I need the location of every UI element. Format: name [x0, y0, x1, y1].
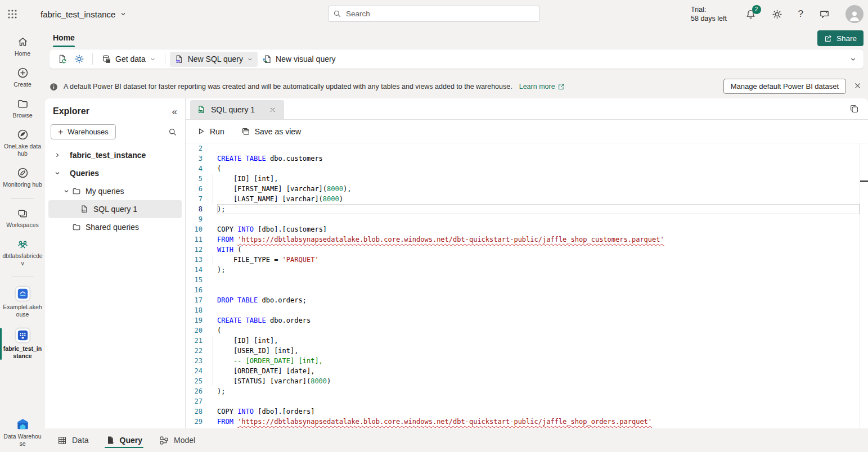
- tab-close-button[interactable]: [268, 105, 277, 115]
- workspace-switcher[interactable]: fabric_test_instance: [41, 10, 127, 19]
- code-line[interactable]: 3CREATE TABLE dbo.customers: [186, 153, 868, 164]
- code-line[interactable]: 27: [186, 396, 868, 406]
- nav-item-examplelakehouse[interactable]: ExampleLakehouse: [0, 285, 45, 319]
- notifications-button[interactable]: 2: [745, 9, 756, 20]
- chevron-down-icon[interactable]: [62, 188, 71, 195]
- learn-more-link[interactable]: Learn more: [519, 83, 565, 91]
- chevron-down-icon[interactable]: [53, 170, 62, 177]
- visual-query-icon: [262, 55, 272, 64]
- code-line[interactable]: 7 [LAST_NAME] [varchar](8000): [186, 194, 868, 204]
- tree-item-sql-query-1[interactable]: SQL SQL query 1: [48, 200, 182, 218]
- code-line[interactable]: 28COPY INTO [dbo].[orders]: [186, 406, 868, 417]
- code-line[interactable]: 8);: [186, 204, 868, 214]
- refresh-document-icon: [57, 54, 68, 64]
- code-line[interactable]: 9: [186, 214, 868, 224]
- get-data-button[interactable]: Get data: [97, 52, 160, 67]
- code-line[interactable]: 21 [ID] [int],: [186, 336, 868, 346]
- settings-button[interactable]: [772, 9, 782, 20]
- new-visual-query-button[interactable]: New visual query: [258, 52, 340, 67]
- sql-code-editor[interactable]: 23CREATE TABLE dbo.customers4(5 [ID] [in…: [186, 143, 868, 428]
- code-line[interactable]: 17DROP TABLE dbo.orders;: [186, 295, 868, 305]
- nav-browse[interactable]: Browse: [0, 97, 45, 120]
- code-line[interactable]: 13 FILE_TYPE = 'PARQUET': [186, 255, 868, 265]
- plus-icon: +: [58, 128, 63, 137]
- account-avatar[interactable]: [845, 5, 863, 23]
- chevron-down-icon: [120, 11, 127, 17]
- banner-close-button[interactable]: [852, 80, 863, 91]
- nav-data-warehouse[interactable]: Data Warehouse: [0, 417, 45, 449]
- add-warehouses-button[interactable]: + Warehouses: [51, 124, 116, 139]
- main-content: Explorer « + Warehouses fabric_test_inst…: [45, 98, 868, 428]
- refresh-dataset-button[interactable]: [54, 52, 71, 66]
- ribbon-collapse-chevron[interactable]: [847, 53, 859, 65]
- app-launcher-waffle-icon[interactable]: [0, 9, 25, 19]
- code-line[interactable]: 15: [186, 275, 868, 285]
- explorer-search-icon[interactable]: [168, 128, 177, 137]
- nav-workspace-dbtlabsfabricdev[interactable]: dbtlabsfabricdev: [0, 237, 45, 268]
- view-tab-model[interactable]: Model: [158, 431, 196, 450]
- tab-label: SQL query 1: [211, 105, 255, 114]
- chevron-down-icon: [150, 56, 156, 62]
- run-button[interactable]: Run: [196, 125, 226, 138]
- tree-item-warehouse[interactable]: fabric_test_instance: [48, 146, 182, 164]
- nav-monitoring-hub[interactable]: Monitoring hub: [0, 166, 45, 189]
- nav-home[interactable]: Home: [0, 35, 45, 58]
- code-line[interactable]: 2: [186, 143, 868, 153]
- line-number: 24: [186, 366, 203, 376]
- code-line[interactable]: 18: [186, 305, 868, 315]
- code-line[interactable]: 22 [USER_ID] [int],: [186, 346, 868, 356]
- help-button[interactable]: ?: [798, 8, 803, 20]
- home-icon: [17, 36, 29, 48]
- code-line[interactable]: 23 -- [ORDER_DATE] [int],: [186, 356, 868, 366]
- view-tab-query[interactable]: Query: [105, 431, 143, 449]
- code-line[interactable]: 11FROM 'https://dbtlabsynapsedatalake.bl…: [186, 234, 868, 245]
- nav-create[interactable]: Create: [0, 66, 45, 89]
- tab-home[interactable]: Home: [50, 30, 78, 47]
- view-tab-data[interactable]: Data: [56, 431, 90, 450]
- nav-workspaces[interactable]: Workspaces: [0, 206, 45, 230]
- banner-message: A default Power BI dataset for faster re…: [64, 83, 512, 91]
- line-number: 4: [186, 164, 203, 174]
- feedback-button[interactable]: [819, 9, 830, 20]
- code-line[interactable]: 24 [ORDER_DATE] [date],: [186, 366, 868, 376]
- code-line[interactable]: 10COPY INTO [dbo].[customers]: [186, 224, 868, 234]
- code-line[interactable]: 19CREATE TABLE dbo.orders: [186, 315, 868, 326]
- code-line[interactable]: 12WITH (: [186, 245, 868, 255]
- code-line[interactable]: 25 [STATUS] [varchar](8000): [186, 376, 868, 386]
- bottom-view-switcher: Data Query Model: [45, 428, 868, 452]
- code-line[interactable]: 20(: [186, 326, 868, 336]
- code-line[interactable]: 14);: [186, 265, 868, 275]
- tree-item-shared-queries[interactable]: Shared queries: [48, 218, 182, 236]
- code-line[interactable]: 29FROM 'https://dbtlabsynapsedatalake.bl…: [186, 417, 868, 427]
- code-line[interactable]: 4(: [186, 164, 868, 174]
- line-number: 8: [186, 204, 203, 214]
- lakehouse-tile-icon: [15, 286, 30, 301]
- code-line[interactable]: 5 [ID] [int],: [186, 174, 868, 184]
- new-sql-query-button[interactable]: SQL New SQL query: [170, 52, 258, 67]
- nav-item-fabric-test-instance[interactable]: fabric_test_instance: [0, 327, 45, 361]
- scrollbar-position-marker[interactable]: [860, 180, 868, 182]
- collapse-panel-button[interactable]: «: [172, 107, 177, 116]
- save-as-view-icon: [241, 127, 250, 136]
- copy-button[interactable]: [848, 103, 860, 115]
- tab-sql-query-1[interactable]: SQL SQL query 1: [190, 100, 284, 119]
- chevron-right-icon[interactable]: [53, 152, 62, 159]
- save-as-view-button[interactable]: Save as view: [240, 125, 302, 138]
- code-line[interactable]: 16: [186, 285, 868, 295]
- topbar-icons: 2 ?: [745, 0, 863, 28]
- line-number: 27: [186, 396, 203, 406]
- trial-status[interactable]: Trial: 58 days left: [691, 5, 727, 23]
- code-line[interactable]: 26);: [186, 386, 868, 396]
- ribbon-divider: [165, 53, 165, 65]
- nav-onelake-data-hub[interactable]: OneLake data hub: [0, 128, 45, 159]
- line-number: 13: [186, 255, 203, 265]
- search-input[interactable]: [346, 10, 535, 18]
- tree-item-queries[interactable]: Queries: [48, 164, 182, 182]
- manage-default-dataset-button[interactable]: Manage default Power BI dataset: [723, 79, 846, 94]
- share-button[interactable]: Share: [817, 30, 863, 46]
- code-line[interactable]: 6 [FIRST_NAME] [varchar](8000),: [186, 184, 868, 194]
- settings-warehouse-button[interactable]: [71, 52, 88, 66]
- tree-item-my-queries[interactable]: My queries: [48, 182, 182, 200]
- line-number: 26: [186, 386, 203, 396]
- chevron-down-icon: [849, 56, 857, 63]
